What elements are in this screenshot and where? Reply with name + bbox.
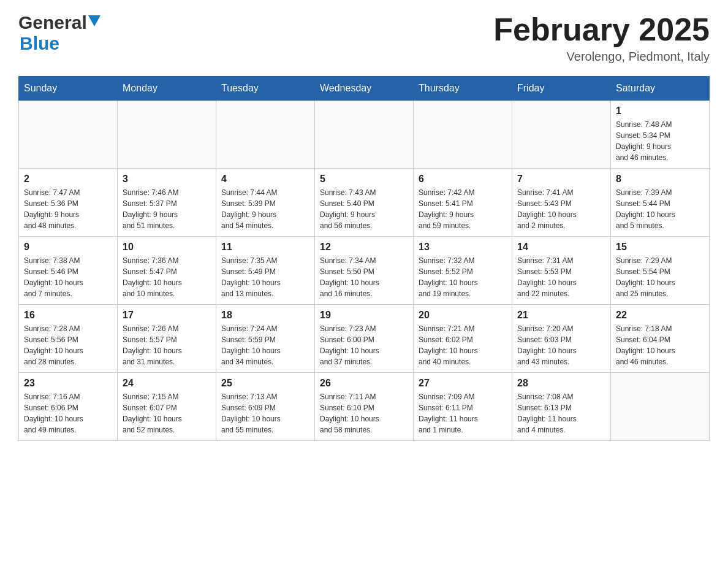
logo-area: General Blue: [18, 12, 100, 54]
calendar-header-row: SundayMondayTuesdayWednesdayThursdayFrid…: [19, 77, 710, 101]
day-number: 20: [419, 310, 507, 321]
calendar-cell: [512, 101, 611, 169]
calendar-cell: 6Sunrise: 7:42 AMSunset: 5:41 PMDaylight…: [414, 169, 512, 237]
calendar-header-monday: Monday: [118, 77, 216, 101]
calendar-cell: 17Sunrise: 7:26 AMSunset: 5:57 PMDayligh…: [118, 305, 216, 373]
calendar-header-friday: Friday: [512, 77, 611, 101]
day-info: Sunrise: 7:34 AMSunset: 5:50 PMDaylight:…: [320, 255, 408, 299]
day-info: Sunrise: 7:43 AMSunset: 5:40 PMDaylight:…: [320, 187, 408, 231]
calendar-cell: 5Sunrise: 7:43 AMSunset: 5:40 PMDaylight…: [315, 169, 414, 237]
calendar-cell: [19, 101, 118, 169]
calendar-cell: 14Sunrise: 7:31 AMSunset: 5:53 PMDayligh…: [512, 237, 611, 305]
calendar-cell: 9Sunrise: 7:38 AMSunset: 5:46 PMDaylight…: [19, 237, 118, 305]
calendar-cell: [611, 373, 710, 441]
calendar-cell: [216, 101, 315, 169]
day-info: Sunrise: 7:31 AMSunset: 5:53 PMDaylight:…: [517, 255, 605, 299]
day-info: Sunrise: 7:08 AMSunset: 6:13 PMDaylight:…: [517, 391, 605, 435]
calendar-cell: 22Sunrise: 7:18 AMSunset: 6:04 PMDayligh…: [611, 305, 710, 373]
day-info: Sunrise: 7:48 AMSunset: 5:34 PMDaylight:…: [616, 119, 704, 163]
day-info: Sunrise: 7:41 AMSunset: 5:43 PMDaylight:…: [517, 187, 605, 231]
calendar-cell: 15Sunrise: 7:29 AMSunset: 5:54 PMDayligh…: [611, 237, 710, 305]
calendar-cell: 25Sunrise: 7:13 AMSunset: 6:09 PMDayligh…: [216, 373, 315, 441]
calendar-week-2: 2Sunrise: 7:47 AMSunset: 5:36 PMDaylight…: [19, 169, 710, 237]
calendar-cell: 20Sunrise: 7:21 AMSunset: 6:02 PMDayligh…: [414, 305, 512, 373]
calendar-week-5: 23Sunrise: 7:16 AMSunset: 6:06 PMDayligh…: [19, 373, 710, 441]
title-area: February 2025 Verolengo, Piedmont, Italy: [493, 12, 710, 64]
calendar-cell: 23Sunrise: 7:16 AMSunset: 6:06 PMDayligh…: [19, 373, 118, 441]
svg-marker-0: [88, 15, 100, 26]
calendar-cell: 18Sunrise: 7:24 AMSunset: 5:59 PMDayligh…: [216, 305, 315, 373]
day-info: Sunrise: 7:18 AMSunset: 6:04 PMDaylight:…: [616, 323, 704, 367]
day-info: Sunrise: 7:24 AMSunset: 5:59 PMDaylight:…: [221, 323, 309, 367]
calendar-week-3: 9Sunrise: 7:38 AMSunset: 5:46 PMDaylight…: [19, 237, 710, 305]
day-info: Sunrise: 7:32 AMSunset: 5:52 PMDaylight:…: [419, 255, 507, 299]
day-number: 26: [320, 378, 408, 389]
calendar-cell: 27Sunrise: 7:09 AMSunset: 6:11 PMDayligh…: [414, 373, 512, 441]
day-info: Sunrise: 7:44 AMSunset: 5:39 PMDaylight:…: [221, 187, 309, 231]
calendar-cell: 10Sunrise: 7:36 AMSunset: 5:47 PMDayligh…: [118, 237, 216, 305]
calendar-cell: [315, 101, 414, 169]
day-number: 6: [419, 174, 507, 185]
day-number: 17: [123, 310, 211, 321]
calendar-cell: 8Sunrise: 7:39 AMSunset: 5:44 PMDaylight…: [611, 169, 710, 237]
day-number: 14: [517, 242, 605, 253]
calendar-cell: 12Sunrise: 7:34 AMSunset: 5:50 PMDayligh…: [315, 237, 414, 305]
location-text: Verolengo, Piedmont, Italy: [493, 50, 710, 64]
day-info: Sunrise: 7:26 AMSunset: 5:57 PMDaylight:…: [123, 323, 211, 367]
day-number: 12: [320, 242, 408, 253]
calendar-cell: 13Sunrise: 7:32 AMSunset: 5:52 PMDayligh…: [414, 237, 512, 305]
day-number: 3: [123, 174, 211, 185]
calendar-cell: 4Sunrise: 7:44 AMSunset: 5:39 PMDaylight…: [216, 169, 315, 237]
day-number: 9: [24, 242, 112, 253]
calendar-week-1: 1Sunrise: 7:48 AMSunset: 5:34 PMDaylight…: [19, 101, 710, 169]
calendar-cell: 21Sunrise: 7:20 AMSunset: 6:03 PMDayligh…: [512, 305, 611, 373]
calendar-cell: 26Sunrise: 7:11 AMSunset: 6:10 PMDayligh…: [315, 373, 414, 441]
day-number: 25: [221, 378, 309, 389]
calendar-header-thursday: Thursday: [414, 77, 512, 101]
day-info: Sunrise: 7:42 AMSunset: 5:41 PMDaylight:…: [419, 187, 507, 231]
calendar-cell: 16Sunrise: 7:28 AMSunset: 5:56 PMDayligh…: [19, 305, 118, 373]
day-number: 7: [517, 174, 605, 185]
day-info: Sunrise: 7:29 AMSunset: 5:54 PMDaylight:…: [616, 255, 704, 299]
calendar-table: SundayMondayTuesdayWednesdayThursdayFrid…: [18, 76, 710, 441]
day-info: Sunrise: 7:21 AMSunset: 6:02 PMDaylight:…: [419, 323, 507, 367]
day-info: Sunrise: 7:46 AMSunset: 5:37 PMDaylight:…: [123, 187, 211, 231]
logo-general-text: General: [18, 12, 87, 33]
day-number: 19: [320, 310, 408, 321]
day-number: 15: [616, 242, 704, 253]
day-number: 4: [221, 174, 309, 185]
day-number: 28: [517, 378, 605, 389]
day-info: Sunrise: 7:28 AMSunset: 5:56 PMDaylight:…: [24, 323, 112, 367]
calendar-cell: 7Sunrise: 7:41 AMSunset: 5:43 PMDaylight…: [512, 169, 611, 237]
day-number: 8: [616, 174, 704, 185]
calendar-cell: 24Sunrise: 7:15 AMSunset: 6:07 PMDayligh…: [118, 373, 216, 441]
calendar-week-4: 16Sunrise: 7:28 AMSunset: 5:56 PMDayligh…: [19, 305, 710, 373]
day-info: Sunrise: 7:09 AMSunset: 6:11 PMDaylight:…: [419, 391, 507, 435]
month-title: February 2025: [493, 12, 710, 47]
calendar-cell: 3Sunrise: 7:46 AMSunset: 5:37 PMDaylight…: [118, 169, 216, 237]
calendar-cell: 11Sunrise: 7:35 AMSunset: 5:49 PMDayligh…: [216, 237, 315, 305]
calendar-cell: 28Sunrise: 7:08 AMSunset: 6:13 PMDayligh…: [512, 373, 611, 441]
day-number: 10: [123, 242, 211, 253]
calendar-cell: [414, 101, 512, 169]
day-info: Sunrise: 7:20 AMSunset: 6:03 PMDaylight:…: [517, 323, 605, 367]
page-header: General Blue February 2025 Verolengo, Pi…: [18, 12, 710, 64]
day-number: 2: [24, 174, 112, 185]
day-number: 27: [419, 378, 507, 389]
day-info: Sunrise: 7:23 AMSunset: 6:00 PMDaylight:…: [320, 323, 408, 367]
day-info: Sunrise: 7:47 AMSunset: 5:36 PMDaylight:…: [24, 187, 112, 231]
day-number: 16: [24, 310, 112, 321]
logo-blue-text: Blue: [20, 33, 59, 53]
day-number: 18: [221, 310, 309, 321]
calendar-cell: 2Sunrise: 7:47 AMSunset: 5:36 PMDaylight…: [19, 169, 118, 237]
day-info: Sunrise: 7:39 AMSunset: 5:44 PMDaylight:…: [616, 187, 704, 231]
day-info: Sunrise: 7:16 AMSunset: 6:06 PMDaylight:…: [24, 391, 112, 435]
day-number: 5: [320, 174, 408, 185]
calendar-header-sunday: Sunday: [19, 77, 118, 101]
day-number: 21: [517, 310, 605, 321]
calendar-cell: [118, 101, 216, 169]
calendar-cell: 19Sunrise: 7:23 AMSunset: 6:00 PMDayligh…: [315, 305, 414, 373]
day-number: 22: [616, 310, 704, 321]
day-info: Sunrise: 7:36 AMSunset: 5:47 PMDaylight:…: [123, 255, 211, 299]
day-info: Sunrise: 7:38 AMSunset: 5:46 PMDaylight:…: [24, 255, 112, 299]
